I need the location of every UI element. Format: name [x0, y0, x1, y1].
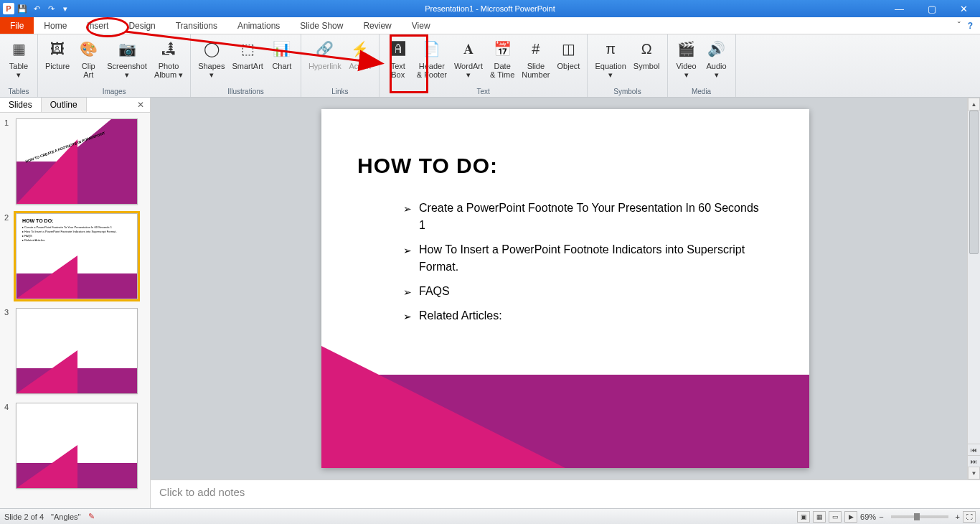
group-label: Media [672, 86, 731, 97]
maximize-button[interactable]: ▢ [915, 0, 948, 17]
tab-view[interactable]: View [402, 17, 440, 34]
equation-button[interactable]: πEquation ▾ [592, 36, 628, 80]
symbol-button[interactable]: ΩSymbol [631, 36, 663, 72]
slide-number-button[interactable]: #Slide Number [519, 36, 552, 80]
smartart-button[interactable]: ⬚SmartArt [229, 36, 265, 72]
slide-thumb-1[interactable]: HOW TO CREATE A FOOTNOTE IN POWERPOINT [16, 118, 138, 205]
slideshow-view-button[interactable]: ▶ [844, 511, 857, 523]
object-label: Object [557, 62, 580, 70]
powerpoint-icon: P [3, 3, 14, 14]
outline-tab[interactable]: Outline [42, 98, 87, 112]
action-label: Action [349, 62, 371, 70]
tab-design[interactable]: Design [118, 17, 165, 34]
slide-canvas-area: HOW TO DO: ➢Create a PowerPoint Footnote… [151, 98, 980, 479]
smartart-icon: ⬚ [236, 37, 259, 60]
ribbon-group-symbols: πEquation ▾ΩSymbolSymbols [588, 34, 667, 97]
scroll-down-button[interactable]: ▼ [968, 467, 980, 479]
screenshot-button[interactable]: 📷Screenshot ▾ [104, 36, 150, 80]
bullet-text: FAQS [419, 283, 450, 300]
notes-pane[interactable]: Click to add notes [151, 479, 980, 508]
tab-animations[interactable]: Animations [227, 17, 290, 34]
slide-thumb-4[interactable] [16, 403, 138, 489]
bullet-item: ➢How To Insert a PowerPoint Footnote Ind… [403, 241, 766, 276]
sorter-view-button[interactable]: ▦ [813, 511, 826, 523]
video-icon: 🎬 [675, 37, 698, 60]
audio-button[interactable]: 🔊Audio ▾ [702, 36, 731, 80]
tab-home[interactable]: Home [34, 17, 77, 34]
tab-transitions[interactable]: Transitions [166, 17, 227, 34]
tab-insert[interactable]: Insert [77, 17, 118, 34]
slide-thumb-3[interactable] [16, 308, 138, 394]
reading-view-button[interactable]: ▭ [829, 511, 842, 523]
title-bar: P 💾 ↶ ↷ ▾ Presentation1 - Microsoft Powe… [0, 0, 980, 17]
qat-customize[interactable]: ▾ [59, 2, 72, 15]
picture-button[interactable]: 🖼Picture [42, 36, 72, 72]
text-box-icon: 🅰 [387, 37, 410, 60]
slide-title[interactable]: HOW TO DO: [357, 154, 498, 178]
prev-slide-button[interactable]: ⏮ [968, 444, 980, 455]
video-button[interactable]: 🎬Video ▾ [672, 36, 701, 80]
tab-review[interactable]: Review [353, 17, 401, 34]
slide-number-label: Slide Number [522, 62, 550, 79]
zoom-level: 69% [860, 513, 876, 521]
zoom-in-button[interactable]: + [956, 513, 960, 521]
slide-thumb-2[interactable]: HOW TO DO:▸ Create a PowerPoint Footnote… [16, 213, 138, 299]
table-button[interactable]: ▦Table ▾ [4, 36, 33, 80]
bullet-arrow-icon: ➢ [403, 309, 412, 324]
ribbon-group-images: 🖼Picture🎨Clip Art📷Screenshot ▾🏞Photo Alb… [38, 34, 191, 97]
shapes-button[interactable]: ◯Shapes ▾ [195, 36, 227, 80]
next-slide-button[interactable]: ⏭ [968, 455, 980, 467]
slide-number-icon: # [524, 37, 547, 60]
slide-body[interactable]: ➢Create a PowerPoint Footnote To Your Pr… [403, 200, 766, 332]
zoom-slider[interactable] [891, 515, 948, 518]
bullet-text: Create a PowerPoint Footnote To Your Pre… [419, 200, 766, 234]
group-label: Links [306, 86, 374, 97]
close-button[interactable]: ✕ [948, 0, 980, 17]
save-button[interactable]: 💾 [16, 2, 29, 15]
tab-slide-show[interactable]: Slide Show [290, 17, 353, 34]
table-label: Table ▾ [9, 62, 28, 79]
spellcheck-icon[interactable]: ✎ [88, 512, 95, 521]
work-area: Slides Outline ✕ 1HOW TO CREATE A FOOTNO… [0, 98, 980, 508]
group-label: Symbols [592, 86, 662, 97]
normal-view-button[interactable]: ▣ [797, 511, 810, 523]
redo-button[interactable]: ↷ [44, 2, 57, 15]
theme-name: "Angles" [51, 513, 80, 521]
wordart-label: WordArt ▾ [454, 62, 483, 79]
group-label: Illustrations [195, 86, 296, 97]
screenshot-label: Screenshot ▾ [107, 62, 147, 79]
slide-canvas[interactable]: HOW TO DO: ➢Create a PowerPoint Footnote… [321, 109, 809, 468]
screenshot-icon: 📷 [116, 37, 138, 60]
close-panel-icon[interactable]: ✕ [131, 100, 150, 110]
chart-button[interactable]: 📊Chart [268, 36, 296, 72]
fit-to-window-button[interactable]: ⛶ [963, 511, 976, 523]
header-footer-label: Header & Footer [417, 62, 447, 79]
bullet-arrow-icon: ➢ [403, 202, 412, 234]
table-icon: ▦ [7, 37, 30, 60]
text-box-button[interactable]: 🅰Text Box [384, 36, 413, 80]
photo-album-button[interactable]: 🏞Photo Album ▾ [151, 36, 186, 80]
symbol-icon: Ω [635, 37, 658, 60]
scroll-up-button[interactable]: ▲ [968, 98, 980, 111]
slides-tab[interactable]: Slides [0, 98, 42, 112]
smartart-label: SmartArt [232, 62, 263, 70]
file-tab[interactable]: File [0, 17, 34, 34]
vertical-scrollbar[interactable]: ▲ ⏮ ⏭ ▼ [967, 98, 980, 479]
help-icon[interactable]: ? [968, 21, 973, 31]
header-footer-button[interactable]: 📄Header & Footer [414, 36, 450, 80]
object-button[interactable]: ◫Object [554, 36, 583, 72]
scroll-thumb[interactable] [969, 111, 979, 254]
equation-icon: π [599, 37, 622, 60]
bullet-text: Related Articles: [419, 307, 502, 324]
bullet-item: ➢Related Articles: [403, 307, 766, 324]
video-label: Video ▾ [677, 62, 697, 79]
clip-art-button[interactable]: 🎨Clip Art [74, 36, 103, 80]
minimize-button[interactable]: — [883, 0, 915, 17]
undo-button[interactable]: ↶ [30, 2, 43, 15]
shapes-icon: ◯ [200, 37, 223, 60]
zoom-out-button[interactable]: − [879, 513, 883, 521]
ribbon-group-tables: ▦Table ▾Tables [0, 34, 38, 97]
wordart-button[interactable]: 𝐀WordArt ▾ [451, 36, 486, 80]
date-time-button[interactable]: 📅Date & Time [487, 36, 517, 80]
minimize-ribbon-icon[interactable]: ˇ [958, 21, 961, 31]
